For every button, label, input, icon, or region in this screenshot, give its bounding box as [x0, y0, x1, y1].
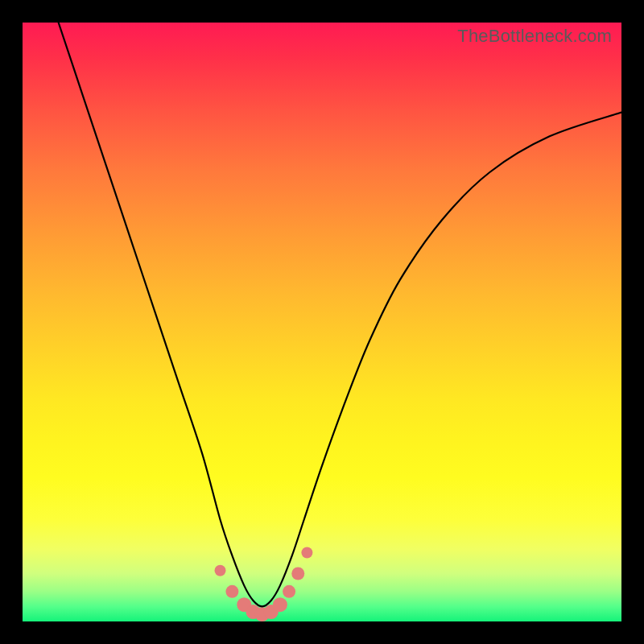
chart-svg	[23, 23, 621, 621]
bottleneck-curve	[59, 23, 621, 606]
marker-group	[215, 547, 313, 621]
highlight-marker	[291, 567, 304, 580]
chart-frame: TheBottleneck.com	[0, 0, 644, 644]
highlight-marker	[215, 565, 226, 576]
highlight-marker	[283, 585, 295, 598]
highlight-marker	[301, 547, 312, 558]
highlight-marker	[225, 585, 238, 598]
plot-area: TheBottleneck.com	[23, 23, 621, 621]
highlight-marker	[273, 597, 287, 612]
